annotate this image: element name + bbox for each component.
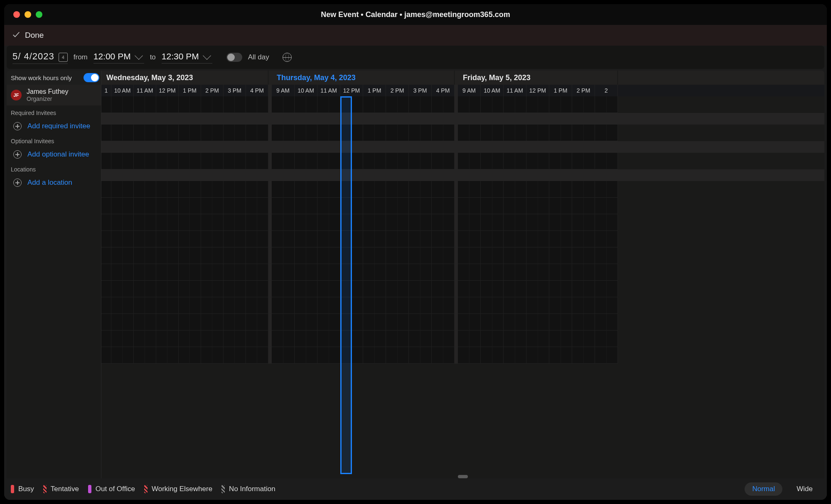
grid-row[interactable] xyxy=(101,125,824,141)
required-section-label: Required Invitees xyxy=(7,105,101,119)
from-label: from xyxy=(74,53,88,61)
plus-icon xyxy=(13,150,22,159)
add-required-label: Add required invitee xyxy=(27,122,90,130)
hour-header: 10 AM xyxy=(481,85,504,96)
window-title: New Event • Calendar • james@meetingroom… xyxy=(4,10,827,19)
hour-header: 12 PM xyxy=(340,85,363,96)
hour-header: 1 PM xyxy=(179,85,201,96)
spacer-row xyxy=(101,113,824,125)
to-label: to xyxy=(150,53,156,61)
grid-row[interactable] xyxy=(101,247,824,264)
to-time-input[interactable]: 12:30 PM xyxy=(162,51,212,64)
grid-row[interactable] xyxy=(101,153,824,169)
oof-swatch xyxy=(88,485,91,493)
work-hours-toggle[interactable] xyxy=(84,73,99,82)
all-day-label: All day xyxy=(248,53,269,61)
legend-no-information: No Information xyxy=(221,485,275,493)
chevron-down-icon xyxy=(203,51,211,60)
organizer-row[interactable]: JF James Futhey Organizer xyxy=(7,85,101,105)
date-input[interactable]: 5/ 4/2023 4 xyxy=(12,51,68,64)
spacer-row xyxy=(101,169,824,181)
done-toolbar: Done xyxy=(4,25,827,46)
day-header: Friday, May 5, 2023 xyxy=(458,71,618,85)
work-hours-label: Show work hours only xyxy=(11,74,72,81)
add-required-invitee[interactable]: Add required invitee xyxy=(7,119,101,134)
done-label: Done xyxy=(25,31,44,40)
hour-header: 9 AM xyxy=(272,85,295,96)
hour-header: 12 PM xyxy=(156,85,179,96)
grid-row[interactable] xyxy=(101,181,824,198)
grid-row[interactable] xyxy=(101,198,824,214)
hour-header: 9 AM xyxy=(458,85,481,96)
hour-header: 1 xyxy=(101,85,111,96)
grid-row[interactable] xyxy=(101,347,824,364)
legend-busy: Busy xyxy=(11,485,34,493)
titlebar: New Event • Calendar • james@meetingroom… xyxy=(4,4,827,25)
grid-row[interactable] xyxy=(101,297,824,314)
traffic-lights xyxy=(13,11,42,18)
grid-row[interactable] xyxy=(101,214,824,231)
hour-header: 2 xyxy=(595,85,618,96)
hour-header: 10 AM xyxy=(295,85,317,96)
minimize-icon[interactable] xyxy=(25,11,31,18)
done-button[interactable]: Done xyxy=(12,30,44,41)
scheduling-grid[interactable]: Wednesday, May 3, 2023Thursday, May 4, 2… xyxy=(101,71,824,478)
grid-row[interactable] xyxy=(101,264,824,281)
view-switch: Normal Wide xyxy=(745,482,820,496)
day-header: Thursday, May 4, 2023 xyxy=(272,71,455,85)
check-icon xyxy=(12,30,21,41)
from-time-value: 12:00 PM xyxy=(93,51,131,61)
hour-header: 4 PM xyxy=(246,85,268,96)
globe-icon[interactable] xyxy=(283,53,292,62)
hour-header: 4 PM xyxy=(432,85,455,96)
sidebar: Show work hours only JF James Futhey Org… xyxy=(7,71,101,478)
hour-header: 2 PM xyxy=(386,85,409,96)
add-location[interactable]: Add a location xyxy=(7,175,101,190)
legend-tentative: Tentative xyxy=(43,485,79,493)
datetime-controls: 5/ 4/2023 4 from 12:00 PM to 12:30 PM Al… xyxy=(7,46,824,69)
add-location-label: Add a location xyxy=(27,179,72,187)
date-value: 5/ 4/2023 xyxy=(12,51,54,62)
hour-header: 11 AM xyxy=(317,85,340,96)
hour-header: 11 AM xyxy=(504,85,526,96)
close-icon[interactable] xyxy=(13,11,20,18)
work-hours-row: Show work hours only xyxy=(7,71,101,85)
grid-row[interactable] xyxy=(101,314,824,330)
we-swatch xyxy=(144,485,148,493)
busy-swatch xyxy=(11,485,14,493)
organizer-role: Organizer xyxy=(27,95,68,102)
main: Show work hours only JF James Futhey Org… xyxy=(7,71,824,478)
hour-header: 3 PM xyxy=(224,85,246,96)
day-header: Wednesday, May 3, 2023 xyxy=(101,71,268,85)
locations-section-label: Locations xyxy=(7,162,101,175)
organizer-name: James Futhey xyxy=(27,88,68,95)
grid-row[interactable] xyxy=(101,231,824,247)
grid-row[interactable] xyxy=(101,330,824,347)
scrollbar-thumb[interactable] xyxy=(458,475,468,478)
spacer-row xyxy=(101,141,824,153)
from-time-input[interactable]: 12:00 PM xyxy=(93,51,144,64)
ni-swatch xyxy=(221,485,225,493)
grid-row[interactable] xyxy=(101,96,824,113)
window: New Event • Calendar • james@meetingroom… xyxy=(4,4,827,500)
add-optional-invitee[interactable]: Add optional invitee xyxy=(7,147,101,162)
plus-icon xyxy=(13,122,22,130)
hour-header: 1 PM xyxy=(363,85,386,96)
legend-out-of-office: Out of Office xyxy=(88,485,135,493)
footer: Busy Tentative Out of Office Working Els… xyxy=(4,478,827,500)
hour-header: 3 PM xyxy=(409,85,432,96)
view-wide[interactable]: Wide xyxy=(789,482,820,496)
hour-header: 11 AM xyxy=(134,85,156,96)
avatar: JF xyxy=(11,90,22,100)
hour-header: 12 PM xyxy=(526,85,549,96)
hour-header: 2 PM xyxy=(572,85,595,96)
all-day-toggle[interactable] xyxy=(226,53,242,62)
calendar-icon[interactable]: 4 xyxy=(59,53,68,62)
hour-headers: 110 AM11 AM12 PM1 PM2 PM3 PM4 PM9 AM10 A… xyxy=(101,85,824,96)
tentative-swatch xyxy=(43,485,47,493)
zoom-icon[interactable] xyxy=(36,11,42,18)
grid-row[interactable] xyxy=(101,281,824,297)
optional-section-label: Optional Invitees xyxy=(7,134,101,147)
view-normal[interactable]: Normal xyxy=(745,482,782,496)
hour-header: 10 AM xyxy=(111,85,134,96)
